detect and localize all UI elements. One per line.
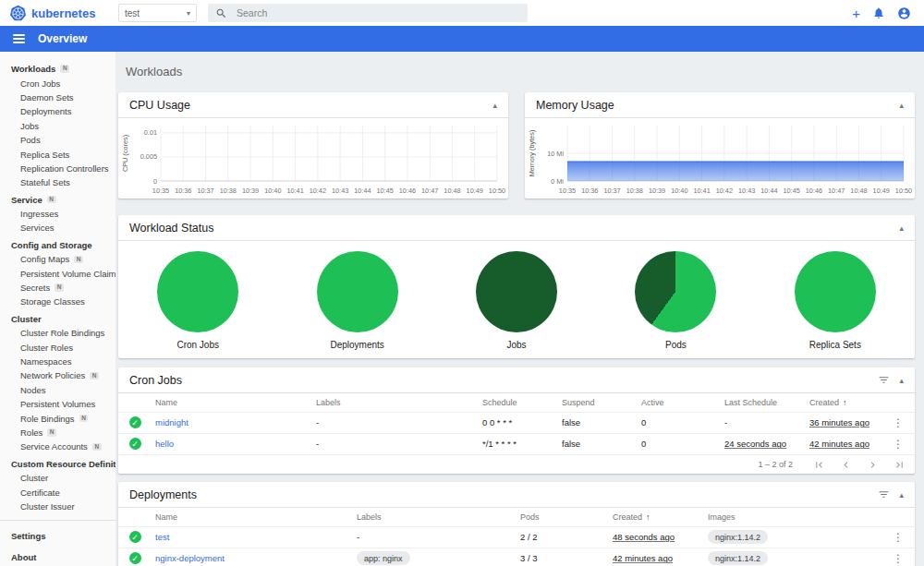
- column-header-created[interactable]: Created↑: [806, 393, 881, 412]
- svg-text:10:44: 10:44: [354, 187, 371, 195]
- menu-column-header: [881, 393, 915, 412]
- cpu-usage-chart: 10:3510:3610:3710:3810:3910:4010:4110:42…: [118, 118, 508, 198]
- sidebar-item-label: Certificate: [20, 488, 60, 498]
- menu-icon[interactable]: [13, 34, 25, 43]
- sidebar-item-label: Daemon Sets: [20, 92, 74, 102]
- svg-text:10:39: 10:39: [242, 187, 259, 195]
- next-page-icon[interactable]: [867, 459, 879, 471]
- sidebar-item-cluster-issuer[interactable]: Cluster Issuer: [0, 500, 116, 513]
- column-header-name[interactable]: Name: [152, 508, 353, 526]
- svg-text:0.005: 0.005: [140, 152, 157, 161]
- collapse-card-icon[interactable]: ▴: [899, 223, 904, 233]
- sidebar-divider: [0, 520, 116, 521]
- row-menu-button[interactable]: ⋮: [887, 416, 909, 429]
- search-input[interactable]: [237, 7, 520, 18]
- sidebar-item-services[interactable]: Services: [0, 221, 116, 235]
- resource-link[interactable]: midnight: [155, 417, 188, 428]
- labels-cell: -: [353, 526, 517, 548]
- sidebar-item-role-bindings[interactable]: Role BindingsN: [0, 411, 116, 425]
- sidebar-item-network-policies[interactable]: Network PoliciesN: [0, 368, 116, 382]
- sidebar-item-service-accounts[interactable]: Service AccountsN: [0, 440, 116, 453]
- column-header-images[interactable]: Images: [704, 508, 881, 526]
- previous-page-icon[interactable]: [840, 459, 852, 471]
- row-menu-button[interactable]: ⋮: [887, 438, 909, 451]
- collapse-card-icon[interactable]: ▴: [899, 376, 904, 385]
- sidebar-item-nodes[interactable]: Nodes: [0, 383, 116, 397]
- account-icon[interactable]: [897, 6, 911, 20]
- collapse-card-icon[interactable]: ▴: [899, 101, 904, 110]
- relative-time: 42 minutes ago: [613, 553, 673, 563]
- column-header-pods[interactable]: Pods: [517, 508, 609, 526]
- last-page-icon[interactable]: [894, 459, 906, 471]
- search-bar[interactable]: [208, 4, 528, 22]
- sidebar-item-replication-controllers[interactable]: Replication Controllers: [0, 162, 116, 175]
- namespace-selector[interactable]: test ▾: [118, 4, 197, 22]
- sidebar-item-jobs[interactable]: Jobs: [0, 119, 116, 133]
- sidebar-item-label: Config Maps: [20, 254, 69, 264]
- usage-charts-row: CPU Usage ▴ 10:3510:3610:3710:3810:3910:…: [118, 92, 915, 199]
- sidebar-item-config-maps[interactable]: Config MapsN: [0, 252, 116, 266]
- sidebar-item-daemon-sets[interactable]: Daemon Sets: [0, 90, 116, 104]
- column-header-suspend[interactable]: Suspend: [558, 393, 638, 412]
- resource-link[interactable]: hello: [155, 439, 174, 449]
- column-header-last-schedule[interactable]: Last Schedule: [721, 393, 806, 412]
- create-resource-button[interactable]: +: [852, 6, 860, 20]
- sidebar-item-replica-sets[interactable]: Replica Sets: [0, 147, 116, 161]
- svg-text:10:38: 10:38: [626, 187, 643, 195]
- sidebar-item-roles[interactable]: RolesN: [0, 426, 116, 440]
- chevron-down-icon: ▾: [187, 9, 190, 18]
- sidebar-item-persistent-volume-claims[interactable]: Persistent Volume ClaimsN: [0, 266, 116, 280]
- svg-text:CPU (cores): CPU (cores): [121, 135, 129, 172]
- svg-text:10:35: 10:35: [559, 187, 576, 195]
- column-header-active[interactable]: Active: [638, 393, 721, 412]
- svg-text:10:45: 10:45: [784, 187, 800, 195]
- sidebar-item-cluster-roles[interactable]: Cluster Roles: [0, 340, 116, 354]
- notifications-bell-icon[interactable]: [872, 6, 885, 19]
- column-header-created[interactable]: Created↑: [609, 508, 704, 526]
- workload-status-card: Workload Status ▴ Cron JobsDeploymentsJo…: [118, 215, 915, 358]
- sidebar-item-certificate[interactable]: Certificate: [0, 485, 116, 499]
- column-header-schedule[interactable]: Schedule: [479, 393, 558, 412]
- sidebar-item-cluster-role-bindings[interactable]: Cluster Role Bindings: [0, 326, 116, 340]
- filter-icon[interactable]: [878, 488, 890, 500]
- collapse-card-icon[interactable]: ▴: [492, 101, 497, 110]
- sidebar-item-ingresses[interactable]: Ingresses: [0, 207, 116, 221]
- column-header-name[interactable]: Name: [152, 393, 312, 412]
- sidebar-item-settings[interactable]: Settings: [0, 526, 116, 545]
- sidebar-item-stateful-sets[interactable]: Stateful Sets: [0, 175, 116, 189]
- sidebar-item-service[interactable]: ServiceN: [0, 193, 116, 207]
- sidebar-item-secrets[interactable]: SecretsN: [0, 281, 116, 295]
- collapse-card-icon[interactable]: ▴: [899, 490, 904, 500]
- svg-text:10:48: 10:48: [444, 187, 460, 195]
- sidebar-item-cron-jobs[interactable]: Cron Jobs: [0, 76, 116, 90]
- svg-text:10:40: 10:40: [264, 187, 281, 195]
- sidebar-item-about[interactable]: About: [0, 548, 116, 566]
- first-page-icon[interactable]: [813, 459, 825, 471]
- pie-label: Replica Sets: [809, 340, 861, 350]
- kubernetes-logo[interactable]: kubernetes: [9, 5, 118, 22]
- row-menu-button[interactable]: ⋮: [887, 552, 909, 565]
- svg-text:0: 0: [153, 177, 157, 186]
- sidebar-item-persistent-volumes[interactable]: Persistent Volumes: [0, 397, 116, 411]
- resource-link[interactable]: test: [155, 532, 169, 542]
- svg-text:10:49: 10:49: [467, 187, 483, 195]
- column-header-labels[interactable]: Labels: [312, 393, 479, 412]
- card-title: Workload Status: [129, 222, 890, 235]
- sidebar-item-cluster[interactable]: Cluster: [0, 471, 116, 485]
- sidebar-item-label: Replica Sets: [20, 150, 69, 160]
- filter-icon[interactable]: [878, 374, 890, 386]
- sidebar: WorkloadsNCron JobsDaemon SetsDeployment…: [0, 52, 116, 566]
- sidebar-item-label: Cluster Roles: [20, 343, 73, 353]
- column-header-labels[interactable]: Labels: [353, 508, 517, 526]
- resource-link[interactable]: nginx-deployment: [155, 553, 225, 563]
- sidebar-item-storage-classes[interactable]: Storage Classes: [0, 295, 116, 308]
- kubernetes-wheel-icon: [9, 5, 27, 22]
- suspend-cell: false: [558, 412, 638, 433]
- sidebar-item-namespaces[interactable]: Namespaces: [0, 355, 116, 368]
- sidebar-item-workloads[interactable]: WorkloadsN: [0, 62, 116, 76]
- sidebar-item-deployments[interactable]: Deployments: [0, 104, 116, 118]
- row-menu-button[interactable]: ⋮: [887, 531, 909, 544]
- svg-text:10:36: 10:36: [175, 187, 191, 195]
- sidebar-item-pods[interactable]: Pods: [0, 133, 116, 147]
- sidebar-item-label: Config and Storage: [11, 240, 92, 250]
